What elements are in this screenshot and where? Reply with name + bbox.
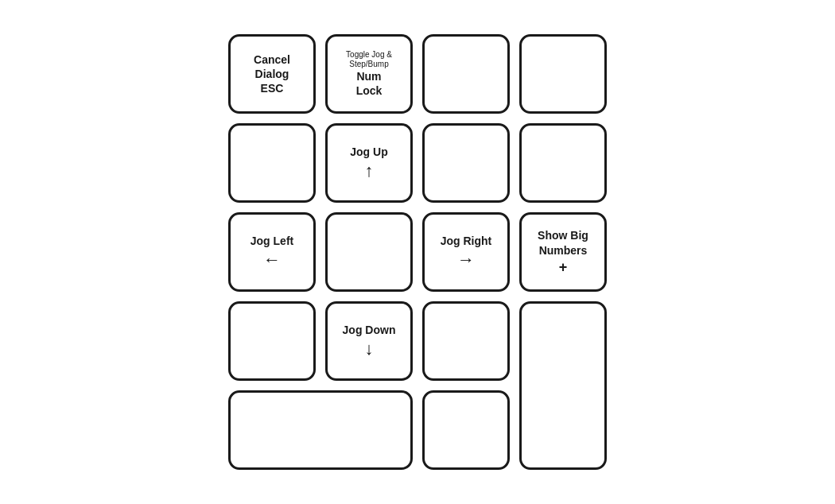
show-big-numbers-plus: +: [559, 259, 568, 276]
jog-down-label: Jog Down: [343, 323, 396, 337]
jog-up-arrow: ↑: [365, 161, 374, 181]
cancel-dialog-key[interactable]: CancelDialogESC: [228, 34, 316, 114]
keyboard-layout: CancelDialogESC Toggle Jog &Step/Bump Nu…: [212, 18, 623, 486]
show-big-numbers-key[interactable]: Show BigNumbers +: [519, 212, 607, 292]
jog-left-arrow: ←: [263, 250, 281, 270]
empty-key-r3c2[interactable]: [325, 212, 413, 292]
toggle-jog-key[interactable]: Toggle Jog &Step/Bump NumLock: [325, 34, 413, 114]
show-big-numbers-label: Show BigNumbers: [538, 228, 588, 257]
wide-key-r5c1[interactable]: [228, 390, 413, 470]
empty-key-r2c3[interactable]: [422, 123, 510, 203]
toggle-jog-sub: Toggle Jog &Step/Bump: [346, 50, 392, 69]
jog-up-label: Jog Up: [350, 145, 387, 159]
empty-key-r4c1[interactable]: [228, 301, 316, 381]
empty-key-r4c3[interactable]: [422, 301, 510, 381]
jog-right-arrow: →: [457, 250, 475, 270]
jog-right-key[interactable]: Jog Right →: [422, 212, 510, 292]
jog-down-key[interactable]: Jog Down ↓: [325, 301, 413, 381]
cancel-dialog-label: CancelDialogESC: [254, 52, 290, 96]
jog-down-arrow: ↓: [365, 339, 374, 359]
jog-left-label: Jog Left: [250, 234, 293, 248]
jog-left-key[interactable]: Jog Left ←: [228, 212, 316, 292]
empty-key-r1c4[interactable]: [519, 34, 607, 114]
empty-key-r2c4[interactable]: [519, 123, 607, 203]
tall-key-r4c4[interactable]: [519, 301, 607, 470]
toggle-jog-label: NumLock: [356, 69, 383, 98]
jog-right-label: Jog Right: [441, 234, 492, 248]
empty-key-r2c1[interactable]: [228, 123, 316, 203]
jog-up-key[interactable]: Jog Up ↑: [325, 123, 413, 203]
empty-key-r1c3[interactable]: [422, 34, 510, 114]
empty-key-r5c3[interactable]: [422, 390, 510, 470]
